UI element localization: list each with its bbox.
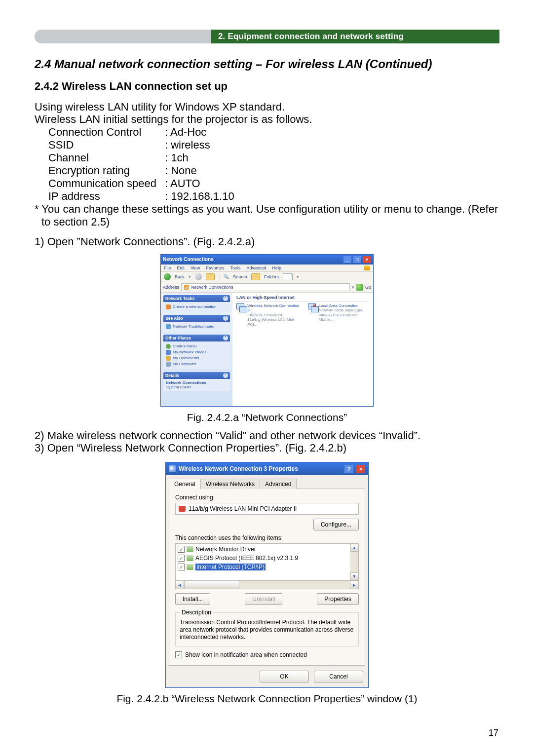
chevron-up-icon[interactable]: ˄ [223,373,228,378]
show-icon-label: Show icon in notification area when conn… [185,651,307,658]
settings-key: Communication speed [48,177,165,190]
views-icon[interactable] [283,273,293,280]
ok-button[interactable]: OK [260,671,309,682]
settings-row: Channel1ch [48,151,499,164]
list-item[interactable]: ✓AEGIS Protocol (IEEE 802.1x) v2.3.1.9 [178,554,349,563]
network-icon [169,465,176,472]
scroll-up-icon[interactable]: ▲ [350,544,358,552]
connections-pane: LAN or High-Speed Internet Wireless Netw… [232,293,373,406]
settings-row: Encryption ratingNone [48,164,499,177]
side-panel: Network Tasks˄ Create a new connection S… [161,293,232,406]
go-icon[interactable] [356,284,363,291]
chapter-header-label: 2. Equipment connection and network sett… [211,30,499,43]
settings-row: SSIDwireless [48,139,499,151]
list-item[interactable]: ✓Network Monitor Driver [178,545,349,554]
list-item[interactable]: ✓Internet Protocol (TCP/IP) [178,563,349,571]
address-label: Address [163,285,179,290]
other-place-item[interactable]: My Documents [166,356,228,361]
menu-bar[interactable]: FileEditViewFavoritesToolsAdvancedHelp [161,265,373,272]
configure-button[interactable]: Configure... [313,519,359,530]
forward-icon[interactable] [195,273,202,280]
settings-key: SSID [48,139,165,151]
page-number: 17 [489,728,498,738]
dialog-titlebar[interactable]: Wireless Network Connection 3 Properties… [166,462,368,475]
settings-value: wireless [165,139,210,151]
scroll-right-icon[interactable]: ► [350,581,358,589]
chevron-up-icon[interactable]: ˄ [223,336,228,340]
wireless-connection-item[interactable]: Wireless Network Connection 3 Enabled, F… [236,303,300,327]
scroll-left-icon[interactable]: ◄ [176,581,184,589]
chevron-up-icon[interactable]: ˄ [223,296,228,301]
search-icon[interactable]: 🔍 [224,274,229,279]
tab-advanced[interactable]: Advanced [260,479,297,489]
up-icon[interactable] [206,273,215,280]
cancel-button[interactable]: Cancel [314,671,363,682]
scroll-thumb[interactable] [184,581,239,589]
section-title: 2.4 Manual network connection setting – … [35,57,499,71]
task-create-new-connection[interactable]: Create a new connection [166,304,228,309]
settings-key: Connection Control [48,126,165,139]
folders-icon[interactable] [251,273,260,280]
menu-item[interactable]: File [164,265,171,270]
step-1: 1) Open ”Network Connections”. (Fig. 2.4… [35,235,499,248]
minimize-button[interactable]: _ [343,256,351,263]
checkbox-icon[interactable]: ✓ [178,546,185,553]
toolbar[interactable]: Back ▾ | 🔍 Search Folders ▾ [161,272,373,282]
panel-other-places-title: Other Places [165,336,191,340]
search-label: Search [233,274,247,279]
windows-flag-icon [364,265,370,270]
close-button[interactable]: × [363,256,371,263]
initial-settings-table: Connection ControlAd-HocSSIDwirelessChan… [48,126,499,203]
items-list[interactable]: ✓Network Monitor Driver ✓AEGIS Protocol … [175,543,359,581]
uninstall-button[interactable]: Uninstall [245,593,282,605]
help-button[interactable]: ? [344,465,353,473]
checkbox-icon[interactable]: ✓ [178,564,185,570]
vertical-scrollbar[interactable]: ▲ ▼ [350,544,358,580]
scroll-down-icon[interactable]: ▼ [350,572,358,580]
show-icon-checkbox[interactable]: ✓ [175,651,182,658]
menu-item[interactable]: Favorites [206,265,224,270]
properties-button[interactable]: Properties [317,593,359,605]
menu-item[interactable]: Help [272,265,281,270]
install-button[interactable]: Install... [175,593,210,605]
step-2: 2) Make wireless network connection “Val… [35,429,499,442]
close-button[interactable]: × [356,465,365,473]
settings-key: IP address [48,190,165,203]
protocol-icon [187,546,193,552]
settings-value: 1ch [165,151,189,164]
back-label: Back [175,274,185,279]
back-icon[interactable] [164,273,171,280]
checkbox-icon[interactable]: ✓ [178,555,185,562]
folders-label: Folders [264,274,279,279]
window-titlebar[interactable]: Network Connections _ □ × [161,255,373,265]
tab-general[interactable]: General [169,479,201,489]
settings-row: Communication speed: AUTO [48,177,499,190]
settings-value: Ad-Hoc [165,126,206,139]
settings-note: * You can change these settings as you w… [35,203,499,228]
menu-item[interactable]: Edit [177,265,185,270]
settings-row: IP address192.168.1.10 [48,190,499,203]
lan-connection-item[interactable]: × Local Area Connection Network cable un… [308,303,369,322]
maximize-button[interactable]: □ [353,256,361,263]
horizontal-scrollbar[interactable]: ◄ ► [175,581,359,589]
menu-item[interactable]: Advanced [246,265,266,270]
other-place-item[interactable]: My Network Places [166,350,228,355]
other-place-item[interactable]: My Computer [166,362,228,367]
place-icon [166,350,171,355]
details-line-2: System Folder [166,385,228,389]
tab-wireless-networks[interactable]: Wireless Networks [200,479,260,489]
chapter-header: 2. Equipment connection and network sett… [35,30,499,43]
chevron-up-icon[interactable]: ˄ [223,316,228,321]
see-also-troubleshooter[interactable]: Network Troubleshooter [166,324,228,329]
panel-see-also: See Also˄ Network Troubleshooter [163,315,230,332]
menu-item[interactable]: Tools [230,265,240,270]
help-icon [166,324,171,329]
protocol-icon [187,564,193,570]
panel-details-title: Details [165,373,179,378]
adapter-field[interactable]: 11a/b/g Wireless LAN Mini PCI Adapter II [175,503,359,515]
menu-item[interactable]: View [190,265,200,270]
settings-key: Channel [48,151,165,164]
address-bar[interactable]: Address 📶 Network Connections ▾ Go [161,282,373,293]
panel-details: Details˄ Network Connections System Fold… [163,372,230,391]
other-place-item[interactable]: Control Panel [166,344,228,349]
